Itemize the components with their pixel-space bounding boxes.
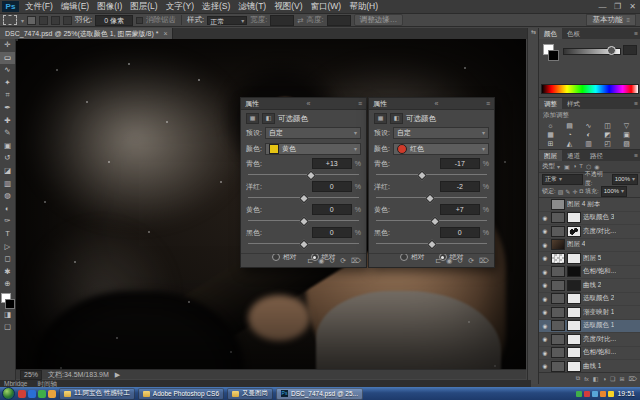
taskbar-button[interactable]: 又曼图尚 xyxy=(227,388,273,400)
status-arrow-icon[interactable]: ▶ xyxy=(115,371,120,379)
taskbar-button-photoshop[interactable]: Ps DSC_7474.psd @ 25... xyxy=(276,388,363,400)
layer-row[interactable]: ◉ 色相/饱和... xyxy=(539,347,640,361)
view-previous-icon[interactable]: ↺ xyxy=(457,257,463,265)
lock-icon[interactable]: ▨ xyxy=(558,188,564,195)
layer-name[interactable]: 亮度/对比... xyxy=(583,227,616,236)
panel-menu-icon[interactable]: ≡ xyxy=(634,28,640,39)
visibility-icon[interactable]: ◉ xyxy=(446,257,452,265)
preset-select[interactable]: 自定▾ xyxy=(265,127,361,139)
slider-track[interactable] xyxy=(376,217,487,224)
adjustment-icon[interactable]: ☼ xyxy=(541,121,560,130)
tray-icon[interactable] xyxy=(592,391,598,397)
layer-name[interactable]: 选取颜色 3 xyxy=(583,213,614,222)
background-color-swatch[interactable] xyxy=(5,299,15,309)
menu-item[interactable]: 视图(V) xyxy=(270,0,306,13)
layer-name[interactable]: 图层 4 xyxy=(567,240,585,249)
layer-name[interactable]: 图层 5 xyxy=(583,254,601,263)
layer-row[interactable]: ◉ 曲线 2 xyxy=(539,279,640,293)
color-slider-knob[interactable] xyxy=(607,46,616,55)
layer-mask-thumbnail[interactable] xyxy=(567,307,581,318)
style-select[interactable]: 正常▾ xyxy=(207,16,247,25)
workspace-switcher[interactable]: 基本功能≡ xyxy=(586,14,636,26)
slider-value-input[interactable]: 0 xyxy=(312,204,352,215)
panel-title-bar[interactable]: 属性 « ≡ xyxy=(241,98,366,110)
tab-timeline[interactable]: 时间轴 xyxy=(37,380,57,387)
layer-filter-icon[interactable]: ▣ xyxy=(564,163,570,170)
layer-row[interactable]: ◉ 图层 5 xyxy=(539,252,640,266)
reset-icon[interactable]: ⟳ xyxy=(468,257,474,265)
width-input[interactable] xyxy=(270,15,294,26)
taskbar-button[interactable]: Adobe Photoshop CS6 xyxy=(138,388,224,400)
layer-mask-thumbnail[interactable] xyxy=(567,293,581,304)
adjustment-icon[interactable]: ◔ xyxy=(560,130,579,139)
layer-thumbnail[interactable] xyxy=(551,212,565,223)
layer-mask-thumbnail[interactable] xyxy=(567,212,581,223)
panel-menu-icon[interactable]: ≡ xyxy=(354,100,362,107)
restore-button[interactable]: ❐ xyxy=(610,1,625,13)
view-previous-icon[interactable]: ↺ xyxy=(329,257,335,265)
tool-button[interactable]: ✑ xyxy=(0,215,15,228)
layers-footer-icon[interactable]: ◑ xyxy=(602,376,606,382)
visibility-icon[interactable]: ◉ xyxy=(318,257,324,265)
layer-thumbnail[interactable] xyxy=(551,293,565,304)
slider-value-input[interactable]: 0 xyxy=(440,227,480,238)
adjustment-icon[interactable]: ▥ xyxy=(579,139,598,148)
layer-thumbnail[interactable] xyxy=(551,334,565,345)
adjustment-icon[interactable]: ◭ xyxy=(560,139,579,148)
adjustment-icon[interactable]: ▣ xyxy=(617,130,636,139)
layers-footer-icon[interactable]: fx xyxy=(584,376,589,382)
layer-mask-thumbnail[interactable] xyxy=(567,361,581,372)
tool-button[interactable]: ◻ xyxy=(0,253,15,266)
layer-visibility-eye-icon[interactable]: ◉ xyxy=(541,309,549,315)
swap-dimensions-icon[interactable]: ⇄ xyxy=(297,16,303,25)
layer-thumbnail[interactable] xyxy=(551,266,565,277)
tray-icon[interactable] xyxy=(608,391,614,397)
tab-layers[interactable]: 图层 xyxy=(539,150,562,161)
layer-mask-thumbnail[interactable] xyxy=(567,280,581,291)
delete-adjustment-icon[interactable]: ⌦ xyxy=(479,257,489,265)
layer-row[interactable]: ◉ 亮度/对比... xyxy=(539,333,640,347)
tool-button[interactable]: ✒ xyxy=(0,102,15,115)
quick-launch-icon[interactable] xyxy=(48,390,56,398)
slider-thumb[interactable] xyxy=(417,171,427,181)
tool-button[interactable]: ✚ xyxy=(0,115,15,128)
layer-visibility-eye-icon[interactable]: ◉ xyxy=(541,242,549,248)
layer-visibility-eye-icon[interactable]: ◉ xyxy=(541,336,549,342)
color-select[interactable]: 红色▾ xyxy=(393,143,489,155)
menu-item[interactable]: 文字(Y) xyxy=(162,0,198,13)
layer-name[interactable]: 图层 4 副本 xyxy=(567,200,600,209)
lock-icon[interactable]: ◘ xyxy=(579,188,583,195)
lock-icon[interactable]: ✎ xyxy=(565,188,570,195)
menu-item[interactable]: 滤镜(T) xyxy=(234,0,270,13)
slider-thumb[interactable] xyxy=(427,240,437,250)
menu-item[interactable]: 文件(F) xyxy=(21,0,57,13)
quick-launch-icon[interactable] xyxy=(28,390,36,398)
slider-track[interactable] xyxy=(376,240,487,247)
layer-thumbnail[interactable] xyxy=(551,226,565,237)
tab-paths[interactable]: 路径 xyxy=(585,150,608,161)
layer-name[interactable]: 渐变映射 1 xyxy=(583,308,614,317)
layer-name[interactable]: 曲线 2 xyxy=(583,281,601,290)
quick-launch-icon[interactable] xyxy=(38,390,46,398)
layer-thumbnail[interactable] xyxy=(551,253,565,264)
menu-item[interactable]: 图层(L) xyxy=(126,0,161,13)
menu-item[interactable]: 选择(S) xyxy=(198,0,234,13)
close-button[interactable]: ✕ xyxy=(625,1,640,13)
tool-button[interactable]: ∿ xyxy=(0,64,15,77)
feather-input[interactable]: 0 像素 xyxy=(95,15,133,26)
clip-to-layer-icon[interactable]: ⊏ xyxy=(307,257,313,265)
layer-name[interactable]: 色相/饱和... xyxy=(583,348,616,357)
tool-button[interactable]: ↺ xyxy=(0,152,15,165)
layer-filter-icon[interactable]: T xyxy=(579,163,583,170)
adjustment-icon[interactable]: ◰ xyxy=(598,139,617,148)
adjustment-icon[interactable]: ◐ xyxy=(579,130,598,139)
tab-swatches[interactable]: 色板 xyxy=(562,28,585,39)
tool-button[interactable]: T xyxy=(0,228,15,241)
layers-footer-icon[interactable]: ❏ xyxy=(610,375,615,382)
quick-launch-icon[interactable] xyxy=(18,390,26,398)
adjustment-icon[interactable]: ∿ xyxy=(579,121,598,130)
tab-close-icon[interactable]: × xyxy=(163,28,167,39)
height-input[interactable] xyxy=(327,15,351,26)
adjustment-icon[interactable]: ⊞ xyxy=(541,139,560,148)
slider-value-input[interactable]: -17 xyxy=(440,158,480,169)
